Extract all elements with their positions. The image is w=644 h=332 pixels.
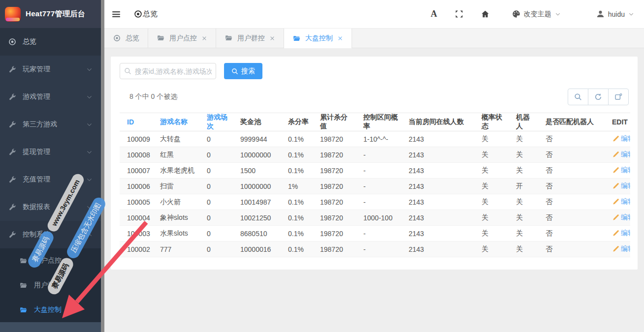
edit-button[interactable]: 编辑 [612,229,630,238]
eye-icon [134,10,142,18]
sidebar-item-recharge-management[interactable]: 充值管理 [0,166,101,193]
cell-edit: 编辑 [605,226,630,241]
hamburger-icon [111,10,121,19]
cell-robot: 关 [509,147,538,163]
sidebar-subitem-label: 用户群控 [34,281,62,290]
cell-robot: 关 [509,241,538,257]
cell-robot: 关 [509,226,538,241]
edit-button[interactable]: 编辑 [612,134,630,143]
sidebar-item-data-report[interactable]: 数据报表 [0,193,101,221]
columns-button[interactable] [608,89,629,105]
cell-name: 大转盘 [153,131,199,147]
search-button[interactable] [568,89,588,105]
chevron-down-icon [628,11,634,17]
sidebar-item-overview[interactable]: 总览 [0,28,101,56]
sidebar-subitem-market-control[interactable]: 大盘控制 [0,298,101,322]
tab-user-group-control[interactable]: 用户群控 [216,29,284,48]
column-header-id[interactable]: ID [120,113,153,131]
search-box [120,63,216,79]
search-button[interactable]: 搜索 [224,63,262,79]
cell-robot: 关 [509,194,538,210]
sidebar-subitem-user-point-control[interactable]: 用户点控 [0,248,101,273]
theme-dropdown[interactable]: 改变主题 [512,10,561,19]
refresh-icon [594,93,602,101]
table-row: 100006扫雷0100000001%198720-2143关开否编辑 [120,179,630,194]
close-icon[interactable] [337,35,343,41]
menu-toggle-button[interactable] [111,10,121,19]
sidebar-scrollbar[interactable] [101,0,104,332]
table-row: 100004象神slots0100212500.1%1987201000-100… [120,210,630,226]
columns-icon [614,93,622,101]
cell-edit: 编辑 [605,163,630,179]
cell-kill_total: 198720 [313,194,356,210]
table-row: 100003水果slots086805100.1%198720-2143关关否编… [120,226,630,241]
cell-interval_prob: - [356,147,401,163]
cell-robot: 关 [509,210,538,226]
column-header-edit: EDIT [605,113,630,131]
cell-edit: 编辑 [605,241,630,257]
cell-kill_total: 198720 [313,163,356,179]
column-header-name[interactable]: 游戏名称 [153,113,199,131]
search-icon [574,93,582,101]
cell-kill_total: 198720 [313,210,356,226]
home-button[interactable] [481,10,489,18]
app-logo-bar[interactable]: Heat777管理后台 [0,0,101,28]
cell-kill_total: 198720 [313,226,356,241]
edit-button[interactable]: 编辑 [612,150,630,159]
cell-match_robot: 否 [538,210,605,226]
close-icon[interactable] [269,35,275,41]
cell-online: 2143 [401,163,474,179]
cell-edit: 编辑 [605,194,630,210]
sidebar-item-withdraw-management[interactable]: 提现管理 [0,138,101,166]
user-dropdown[interactable]: huidu [596,10,634,18]
edit-button[interactable]: 编辑 [612,213,630,222]
cell-session: 0 [199,226,233,241]
cell-session: 0 [199,194,233,210]
folder-icon [225,34,233,42]
column-header-session[interactable]: 游戏场次 [199,113,233,131]
close-icon[interactable] [201,35,207,41]
edit-button[interactable]: 编辑 [612,166,630,175]
search-icon [231,68,238,75]
table-header-row: ID游戏名称游戏场次奖金池杀分率累计杀分值控制区间概率当前房间在线人数概率状态机… [120,113,630,131]
tab-market-control[interactable]: 大盘控制 [284,29,352,48]
sidebar-subitem-user-group-control[interactable]: 用户群控 [0,273,101,298]
cell-kill_rate: 1% [281,179,313,194]
cell-kill_rate: 0.1% [281,163,313,179]
search-button-label: 搜索 [241,67,255,76]
edit-label: 编辑 [621,166,630,175]
sidebar-item-third-party-games[interactable]: 第三方游戏 [0,111,101,138]
theme-dropdown-label: 改变主题 [524,10,551,19]
chevron-down-icon [86,149,93,155]
edit-label: 编辑 [621,134,630,143]
column-header-interval_prob: 控制区间概率 [356,113,401,131]
main-area: 总览 A 改变主题 huidu [104,0,644,332]
edit-button[interactable]: 编辑 [612,244,630,253]
sidebar-item-label: 数据报表 [23,203,50,211]
font-size-button[interactable]: A [431,9,437,19]
sidebar-item-label: 提现管理 [23,148,50,156]
sidebar-item-control-system[interactable]: 控制系统 [0,221,101,248]
cell-name: 水果slots [153,226,199,241]
user-icon [596,10,605,18]
edit-button[interactable]: 编辑 [612,197,630,206]
fullscreen-button[interactable] [455,10,463,18]
refresh-button[interactable] [588,89,609,105]
cell-online: 2143 [401,147,474,163]
wrench-icon [8,176,16,183]
edit-label: 编辑 [621,197,630,206]
sidebar-item-game-management[interactable]: 游戏管理 [0,83,101,111]
tab-user-point-control[interactable]: 用户点控 [148,29,216,48]
table-row: 100005小火箭0100149870.1%198720-2143关关否编辑 [120,194,630,210]
table-row: 100009大转盘099999440.1%1987201-10^-^-2143关… [120,131,630,147]
cell-prob_status: 关 [474,163,509,179]
edit-button[interactable]: 编辑 [612,181,630,190]
cell-robot: 关 [509,131,538,147]
cell-session: 0 [199,179,233,194]
sidebar-item-player-management[interactable]: 玩家管理 [0,56,101,83]
search-input[interactable] [120,63,216,79]
cell-session: 0 [199,241,233,257]
tab-overview[interactable]: 总览 [104,29,148,48]
cell-online: 2143 [401,179,474,194]
cell-edit: 编辑 [605,210,630,226]
